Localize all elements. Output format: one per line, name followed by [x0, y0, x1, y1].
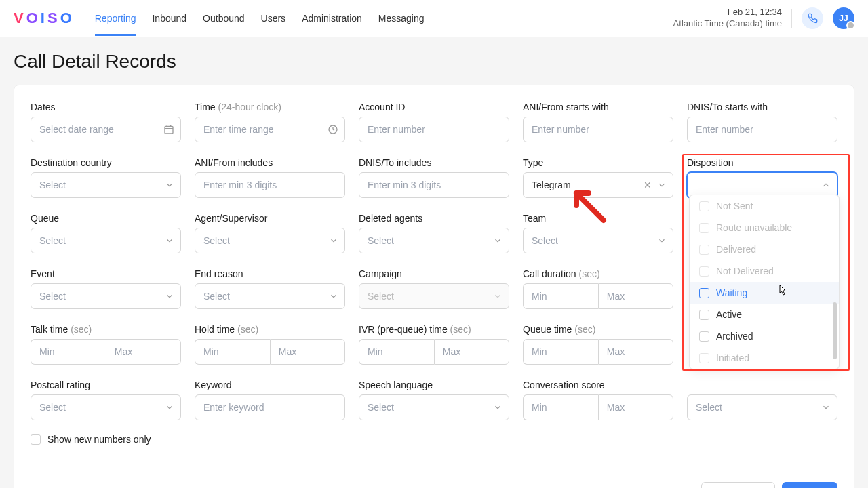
campaign-label: Campaign [359, 268, 509, 279]
call-duration-min[interactable] [523, 283, 598, 309]
agent-label: Agent/Supervisor [195, 213, 345, 224]
hold-time-label: Hold time (sec) [195, 324, 345, 335]
talk-time-max[interactable] [106, 339, 181, 365]
option-label: Delivered [716, 244, 756, 255]
option-label: Route unavailable [716, 222, 792, 233]
nav-inbound[interactable]: Inbound [152, 1, 186, 36]
disposition-option[interactable]: Archived [690, 325, 839, 347]
option-label: Not Sent [716, 201, 753, 211]
queue-time-max[interactable] [598, 339, 673, 365]
search-button[interactable]: Search [782, 482, 837, 488]
queue-time-min[interactable] [523, 339, 598, 365]
ani-from-incl-input[interactable] [195, 172, 345, 198]
clear-filters-button[interactable]: Clear filters [701, 482, 775, 488]
disposition-option[interactable]: Waiting [690, 282, 839, 304]
disposition-option: Route unavailable [690, 217, 839, 239]
end-reason-label: End reason [195, 268, 345, 279]
dnis-to-incl-label: DNIS/To includes [359, 157, 509, 168]
ani-from-starts-label: ANI/From starts with [523, 102, 673, 113]
end-reason-select[interactable]: Select [195, 283, 345, 309]
speech-lang-select[interactable]: Select [359, 394, 509, 420]
ani-from-incl-label: ANI/From includes [195, 157, 345, 168]
checkbox-icon [699, 353, 709, 363]
nav-administration[interactable]: Administration [302, 1, 362, 36]
disposition-dropdown[interactable]: Not SentRoute unavailableDeliveredNot De… [689, 195, 840, 369]
dates-label: Dates [31, 102, 181, 113]
disposition-label: Disposition [687, 157, 837, 168]
dnis-to-starts-input[interactable] [687, 117, 837, 142]
time-input[interactable] [195, 117, 345, 142]
annotation-arrow [570, 186, 610, 227]
disposition-option: Initiated [690, 347, 839, 369]
checkbox-icon [699, 223, 709, 233]
call-duration-label: Call duration (sec) [523, 268, 673, 279]
main-nav: Reporting Inbound Outbound Users Adminis… [95, 1, 425, 36]
deleted-agents-label: Deleted agents [359, 213, 509, 224]
ivr-time-max[interactable] [434, 339, 509, 365]
ani-from-starts-input[interactable] [523, 117, 673, 142]
team-select[interactable]: Select [523, 228, 673, 253]
event-select[interactable]: Select [31, 283, 181, 309]
time-label: Time (24-hour clock) [195, 102, 345, 113]
page-title: Call Detail Records [14, 51, 854, 73]
conv-score-label: Conversation score [523, 380, 673, 390]
dnis-to-incl-input[interactable] [359, 172, 509, 198]
conv-score-min[interactable] [523, 394, 598, 420]
nav-messaging[interactable]: Messaging [378, 1, 425, 36]
option-label: Active [716, 309, 742, 320]
account-id-input[interactable] [359, 117, 509, 142]
checkbox-icon [699, 331, 709, 342]
postcall-select[interactable]: Select [31, 394, 181, 420]
option-label: Not Delivered [716, 266, 774, 277]
agent-select[interactable]: Select [195, 228, 345, 253]
event-label: Event [31, 268, 181, 279]
option-label: Initiated [716, 352, 749, 363]
talk-time-min[interactable] [31, 339, 106, 365]
speech-lang-label: Speech language [359, 380, 509, 390]
show-new-numbers-label: Show new numbers only [47, 434, 151, 445]
checkbox-icon [699, 266, 709, 277]
deleted-agents-select[interactable]: Select [359, 228, 509, 253]
conv-score-max[interactable] [598, 394, 673, 420]
dest-country-label: Destination country [31, 157, 181, 168]
disposition-option: Delivered [690, 239, 839, 260]
disposition-option: Not Sent [690, 195, 839, 217]
option-label: Waiting [716, 287, 747, 298]
nav-reporting[interactable]: Reporting [95, 1, 136, 36]
queue-label: Queue [31, 213, 181, 224]
nav-users[interactable]: Users [261, 1, 286, 36]
header-datetime: Feb 21, 12:34 Atlantic Time (Canada) tim… [673, 7, 782, 30]
phone-icon[interactable] [802, 7, 823, 29]
account-id-label: Account ID [359, 102, 509, 113]
ivr-time-label: IVR (pre-queue) time (sec) [359, 324, 509, 335]
dates-input[interactable] [31, 117, 181, 142]
dest-country-select[interactable]: Select [31, 172, 181, 198]
disposition-option: Not Delivered [690, 260, 839, 282]
queue-select[interactable]: Select [31, 228, 181, 253]
logo: VOISO [14, 9, 75, 27]
keyword-input[interactable] [195, 394, 345, 420]
scrollbar[interactable] [833, 302, 837, 359]
ivr-time-min[interactable] [359, 339, 434, 365]
checkbox-icon [699, 310, 709, 320]
queue-time-label: Queue time (sec) [523, 324, 673, 335]
checkbox-icon [699, 201, 709, 211]
disposition-option[interactable]: Active [690, 304, 839, 325]
keyword-label: Keyword [195, 380, 345, 390]
show-new-numbers-checkbox[interactable] [31, 434, 41, 445]
campaign-select[interactable]: Select [359, 283, 509, 309]
type-clear-icon[interactable]: ✕ [644, 180, 652, 190]
postcall-label: Postcall rating [31, 380, 181, 390]
hold-time-max[interactable] [270, 339, 345, 365]
checkbox-icon [699, 288, 709, 298]
option-label: Archived [716, 331, 753, 342]
extra-select[interactable]: Select [687, 394, 837, 420]
type-label: Type [523, 157, 673, 168]
cursor-icon [776, 285, 788, 298]
hold-time-min[interactable] [195, 339, 270, 365]
call-duration-max[interactable] [598, 283, 673, 309]
dnis-to-starts-label: DNIS/To starts with [687, 102, 837, 113]
nav-outbound[interactable]: Outbound [203, 1, 245, 36]
talk-time-label: Talk time (sec) [31, 324, 181, 335]
avatar[interactable]: JJ [833, 7, 854, 29]
